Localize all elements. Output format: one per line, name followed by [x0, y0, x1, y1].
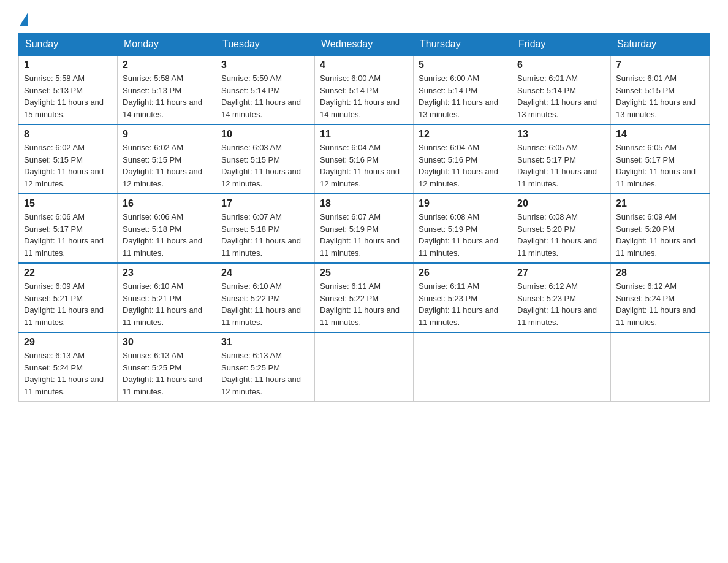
day-info: Sunrise: 6:04 AMSunset: 5:16 PMDaylight:… [419, 142, 507, 190]
calendar-week-row: 29Sunrise: 6:13 AMSunset: 5:24 PMDayligh… [19, 332, 710, 402]
column-header-monday: Monday [118, 34, 216, 56]
day-info: Sunrise: 5:59 AMSunset: 5:14 PMDaylight:… [221, 72, 309, 120]
calendar-cell: 19Sunrise: 6:08 AMSunset: 5:19 PMDayligh… [414, 194, 512, 263]
day-info: Sunrise: 6:02 AMSunset: 5:15 PMDaylight:… [24, 142, 112, 190]
day-info: Sunrise: 6:00 AMSunset: 5:14 PMDaylight:… [320, 72, 408, 120]
calendar-cell: 29Sunrise: 6:13 AMSunset: 5:24 PMDayligh… [19, 332, 118, 402]
calendar-cell: 28Sunrise: 6:12 AMSunset: 5:24 PMDayligh… [611, 263, 710, 332]
calendar-cell: 18Sunrise: 6:07 AMSunset: 5:19 PMDayligh… [315, 194, 414, 263]
day-info: Sunrise: 6:04 AMSunset: 5:16 PMDaylight:… [320, 142, 408, 190]
column-header-friday: Friday [512, 34, 611, 56]
day-info: Sunrise: 6:13 AMSunset: 5:24 PMDaylight:… [24, 350, 112, 397]
day-info: Sunrise: 6:01 AMSunset: 5:14 PMDaylight:… [517, 72, 605, 120]
calendar-cell: 21Sunrise: 6:09 AMSunset: 5:20 PMDayligh… [611, 194, 710, 263]
day-number: 3 [221, 59, 309, 71]
calendar-cell: 5Sunrise: 6:00 AMSunset: 5:14 PMDaylight… [414, 55, 512, 124]
day-number: 15 [24, 198, 112, 209]
calendar-cell: 3Sunrise: 5:59 AMSunset: 5:14 PMDaylight… [216, 55, 315, 124]
calendar-cell: 31Sunrise: 6:13 AMSunset: 5:25 PMDayligh… [216, 332, 315, 402]
day-number: 21 [616, 198, 704, 209]
day-info: Sunrise: 6:09 AMSunset: 5:20 PMDaylight:… [616, 211, 704, 259]
day-info: Sunrise: 6:02 AMSunset: 5:15 PMDaylight:… [123, 142, 211, 190]
day-number: 1 [24, 59, 112, 71]
calendar-cell: 2Sunrise: 5:58 AMSunset: 5:13 PMDaylight… [118, 55, 216, 124]
calendar-cell: 25Sunrise: 6:11 AMSunset: 5:22 PMDayligh… [315, 263, 414, 332]
day-number: 24 [221, 267, 309, 278]
day-info: Sunrise: 6:08 AMSunset: 5:19 PMDaylight:… [419, 211, 507, 259]
day-info: Sunrise: 6:09 AMSunset: 5:21 PMDaylight:… [24, 280, 112, 328]
calendar-cell: 12Sunrise: 6:04 AMSunset: 5:16 PMDayligh… [414, 124, 512, 194]
calendar-cell: 15Sunrise: 6:06 AMSunset: 5:17 PMDayligh… [19, 194, 118, 263]
calendar-cell [512, 332, 611, 402]
day-info: Sunrise: 6:11 AMSunset: 5:23 PMDaylight:… [419, 280, 507, 328]
calendar-cell: 14Sunrise: 6:05 AMSunset: 5:17 PMDayligh… [611, 124, 710, 194]
calendar-cell: 16Sunrise: 6:06 AMSunset: 5:18 PMDayligh… [118, 194, 216, 263]
calendar-cell: 9Sunrise: 6:02 AMSunset: 5:15 PMDaylight… [118, 124, 216, 194]
calendar-cell: 20Sunrise: 6:08 AMSunset: 5:20 PMDayligh… [512, 194, 611, 263]
day-info: Sunrise: 6:13 AMSunset: 5:25 PMDaylight:… [221, 350, 309, 397]
day-info: Sunrise: 6:07 AMSunset: 5:19 PMDaylight:… [320, 211, 408, 259]
day-info: Sunrise: 6:12 AMSunset: 5:24 PMDaylight:… [616, 280, 704, 328]
day-number: 10 [221, 129, 309, 140]
calendar-cell: 10Sunrise: 6:03 AMSunset: 5:15 PMDayligh… [216, 124, 315, 194]
day-info: Sunrise: 6:00 AMSunset: 5:14 PMDaylight:… [419, 72, 507, 120]
calendar-week-row: 8Sunrise: 6:02 AMSunset: 5:15 PMDaylight… [19, 124, 710, 194]
day-number: 19 [419, 198, 507, 209]
day-number: 7 [616, 59, 704, 71]
calendar-cell: 7Sunrise: 6:01 AMSunset: 5:15 PMDaylight… [611, 55, 710, 124]
calendar-cell [315, 332, 414, 402]
calendar-cell [414, 332, 512, 402]
calendar-cell: 26Sunrise: 6:11 AMSunset: 5:23 PMDayligh… [414, 263, 512, 332]
calendar-cell: 27Sunrise: 6:12 AMSunset: 5:23 PMDayligh… [512, 263, 611, 332]
day-number: 6 [517, 59, 605, 71]
calendar-table: SundayMondayTuesdayWednesdayThursdayFrid… [18, 33, 710, 402]
calendar-cell: 22Sunrise: 6:09 AMSunset: 5:21 PMDayligh… [19, 263, 118, 332]
day-number: 30 [123, 337, 211, 348]
day-info: Sunrise: 6:08 AMSunset: 5:20 PMDaylight:… [517, 211, 605, 259]
day-info: Sunrise: 6:07 AMSunset: 5:18 PMDaylight:… [221, 211, 309, 259]
calendar-cell: 17Sunrise: 6:07 AMSunset: 5:18 PMDayligh… [216, 194, 315, 263]
calendar-header-row: SundayMondayTuesdayWednesdayThursdayFrid… [19, 34, 710, 56]
day-number: 26 [419, 267, 507, 278]
calendar-cell: 13Sunrise: 6:05 AMSunset: 5:17 PMDayligh… [512, 124, 611, 194]
calendar-cell: 8Sunrise: 6:02 AMSunset: 5:15 PMDaylight… [19, 124, 118, 194]
day-number: 8 [24, 129, 112, 140]
day-info: Sunrise: 6:03 AMSunset: 5:15 PMDaylight:… [221, 142, 309, 190]
calendar-cell: 6Sunrise: 6:01 AMSunset: 5:14 PMDaylight… [512, 55, 611, 124]
day-number: 2 [123, 59, 211, 71]
day-number: 28 [616, 267, 704, 278]
day-number: 14 [616, 129, 704, 140]
column-header-saturday: Saturday [611, 34, 710, 56]
day-number: 9 [123, 129, 211, 140]
day-number: 29 [24, 337, 112, 348]
day-number: 12 [419, 129, 507, 140]
day-number: 31 [221, 337, 309, 348]
column-header-sunday: Sunday [19, 34, 118, 56]
day-number: 20 [517, 198, 605, 209]
logo-triangle-icon [20, 12, 28, 26]
day-number: 16 [123, 198, 211, 209]
calendar-cell: 11Sunrise: 6:04 AMSunset: 5:16 PMDayligh… [315, 124, 414, 194]
calendar-week-row: 22Sunrise: 6:09 AMSunset: 5:21 PMDayligh… [19, 263, 710, 332]
calendar-cell: 1Sunrise: 5:58 AMSunset: 5:13 PMDaylight… [19, 55, 118, 124]
day-info: Sunrise: 6:11 AMSunset: 5:22 PMDaylight:… [320, 280, 408, 328]
day-info: Sunrise: 6:13 AMSunset: 5:25 PMDaylight:… [123, 350, 211, 397]
day-info: Sunrise: 5:58 AMSunset: 5:13 PMDaylight:… [123, 72, 211, 120]
column-header-thursday: Thursday [414, 34, 512, 56]
calendar-cell [611, 332, 710, 402]
day-info: Sunrise: 6:10 AMSunset: 5:22 PMDaylight:… [221, 280, 309, 328]
day-number: 18 [320, 198, 408, 209]
day-info: Sunrise: 6:01 AMSunset: 5:15 PMDaylight:… [616, 72, 704, 120]
page-header [18, 12, 710, 23]
day-info: Sunrise: 6:06 AMSunset: 5:17 PMDaylight:… [24, 211, 112, 259]
day-number: 27 [517, 267, 605, 278]
day-info: Sunrise: 6:12 AMSunset: 5:23 PMDaylight:… [517, 280, 605, 328]
day-number: 22 [24, 267, 112, 278]
calendar-cell: 30Sunrise: 6:13 AMSunset: 5:25 PMDayligh… [118, 332, 216, 402]
day-number: 23 [123, 267, 211, 278]
day-number: 4 [320, 59, 408, 71]
calendar-cell: 4Sunrise: 6:00 AMSunset: 5:14 PMDaylight… [315, 55, 414, 124]
column-header-wednesday: Wednesday [315, 34, 414, 56]
day-info: Sunrise: 6:05 AMSunset: 5:17 PMDaylight:… [616, 142, 704, 190]
day-info: Sunrise: 6:05 AMSunset: 5:17 PMDaylight:… [517, 142, 605, 190]
